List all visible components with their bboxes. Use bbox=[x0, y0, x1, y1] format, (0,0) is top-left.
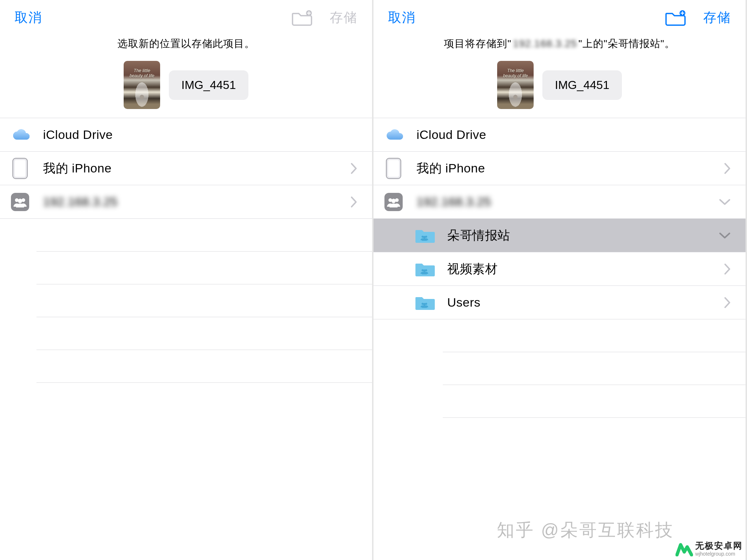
row-icloud[interactable]: iCloud Drive bbox=[374, 118, 746, 151]
chevron-right-icon bbox=[724, 162, 731, 175]
shared-folder-icon bbox=[414, 294, 437, 311]
file-thumbnail: The little beauty of life bbox=[497, 61, 534, 109]
cloud-icon bbox=[381, 128, 406, 142]
svg-rect-9 bbox=[388, 160, 399, 177]
subtitle-prefix: 项目将存储到" bbox=[444, 38, 511, 49]
subrow-duoge[interactable]: 朵哥情报站 bbox=[374, 218, 746, 252]
subtitle-suffix: "上的"朵哥情报站"。 bbox=[578, 38, 675, 49]
chevron-right-icon bbox=[350, 196, 357, 208]
row-server[interactable]: 192.168.3.25 bbox=[374, 185, 746, 218]
new-folder-icon[interactable] bbox=[292, 9, 312, 26]
filename-input[interactable]: IMG_4451 bbox=[542, 70, 622, 100]
empty-area bbox=[374, 319, 746, 560]
row-label: iCloud Drive bbox=[43, 128, 357, 142]
screen-left: 取消 存储 选取新的位置以存储此项目。 The little beauty of… bbox=[0, 0, 374, 560]
save-button[interactable]: 存储 bbox=[703, 9, 731, 27]
row-label: iCloud Drive bbox=[417, 128, 731, 142]
row-icloud[interactable]: iCloud Drive bbox=[0, 118, 372, 151]
preview: The little beauty of life IMG_4451 bbox=[0, 58, 372, 118]
people-icon bbox=[7, 192, 33, 212]
device-icon bbox=[381, 158, 406, 179]
navbar: 取消 存储 bbox=[0, 0, 372, 32]
cancel-button[interactable]: 取消 bbox=[388, 9, 416, 27]
chevron-right-icon bbox=[724, 263, 731, 275]
row-label: 视频素材 bbox=[447, 261, 713, 277]
chevron-right-icon bbox=[724, 296, 731, 309]
file-thumbnail: The little beauty of life bbox=[124, 61, 160, 109]
row-label: 我的 iPhone bbox=[417, 160, 713, 177]
row-label: 我的 iPhone bbox=[43, 160, 340, 177]
row-label: 192.168.3.25 bbox=[417, 195, 708, 209]
subtitle: 项目将存储到"192.168.3.25"上的"朵哥情报站"。 bbox=[374, 32, 746, 58]
new-folder-icon[interactable] bbox=[665, 9, 686, 26]
cancel-button[interactable]: 取消 bbox=[15, 9, 42, 27]
row-label: 192.168.3.25 bbox=[43, 195, 340, 209]
subrow-users[interactable]: Users bbox=[374, 285, 746, 319]
cloud-icon bbox=[7, 128, 33, 142]
row-iphone[interactable]: 我的 iPhone bbox=[0, 151, 372, 185]
row-label: Users bbox=[447, 295, 713, 310]
chevron-right-icon bbox=[350, 162, 357, 175]
people-icon bbox=[381, 192, 406, 212]
row-label: 朵哥情报站 bbox=[447, 227, 708, 244]
row-server[interactable]: 192.168.3.25 bbox=[0, 185, 372, 218]
svg-point-6 bbox=[18, 199, 22, 203]
navbar: 取消 存储 bbox=[374, 0, 746, 32]
filename-input[interactable]: IMG_4451 bbox=[169, 70, 248, 100]
empty-area bbox=[0, 218, 372, 560]
save-button[interactable]: 存储 bbox=[330, 9, 357, 27]
svg-point-13 bbox=[391, 199, 396, 203]
location-list: iCloud Drive 我的 iPhone 192.168.3.25 bbox=[374, 118, 746, 319]
chevron-down-icon bbox=[719, 198, 731, 206]
device-icon bbox=[7, 158, 33, 179]
shared-folder-icon bbox=[414, 227, 437, 244]
svg-point-16 bbox=[423, 236, 426, 238]
svg-rect-2 bbox=[15, 160, 26, 177]
subtitle: 选取新的位置以存储此项目。 bbox=[0, 32, 372, 58]
subtitle-server: 192.168.3.25 bbox=[511, 38, 578, 50]
location-list: iCloud Drive 我的 iPhone 192.168.3.25 bbox=[0, 118, 372, 218]
svg-point-19 bbox=[423, 269, 426, 272]
shared-folder-icon bbox=[414, 261, 437, 277]
preview: The little beauty of life IMG_4451 bbox=[374, 58, 746, 118]
screen-right: 取消 存储 项目将存储到"192.168.3.25"上的"朵哥情报站"。 The… bbox=[374, 0, 747, 560]
row-iphone[interactable]: 我的 iPhone bbox=[374, 151, 746, 185]
chevron-down-icon bbox=[719, 232, 731, 239]
subrow-video[interactable]: 视频素材 bbox=[374, 252, 746, 285]
svg-point-22 bbox=[423, 303, 426, 306]
